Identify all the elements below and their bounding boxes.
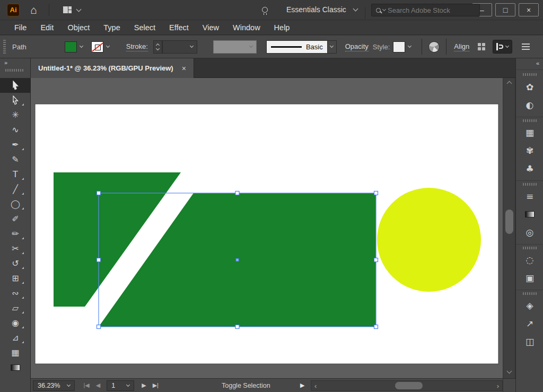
width-profile-chevron-icon[interactable] xyxy=(249,44,253,48)
adobe-stock-search-input[interactable]: Search Adobe Stock xyxy=(371,4,480,16)
menu-effect[interactable]: Effect xyxy=(162,21,196,34)
canvas-area[interactable] xyxy=(31,78,503,378)
selection-tool[interactable] xyxy=(0,78,31,93)
search-scope-chevron-icon[interactable] xyxy=(382,7,386,11)
toolbar-expand-icon[interactable]: » xyxy=(4,59,7,66)
toolbar-rail-header[interactable]: » xyxy=(0,58,31,78)
stroke-panel-link[interactable]: Stroke: xyxy=(126,42,148,51)
line-segment-tool[interactable]: ╱ xyxy=(0,182,31,197)
dock-grip[interactable] xyxy=(523,292,537,295)
paintbrush-tool[interactable]: ✐ xyxy=(0,212,31,227)
lasso-tool[interactable]: ∿ xyxy=(0,123,31,137)
gradient-panel-icon[interactable] xyxy=(516,205,543,223)
dock-grip[interactable] xyxy=(523,73,537,76)
stroke-color-control[interactable] xyxy=(91,40,112,53)
opacity-link[interactable]: Opacity xyxy=(345,42,369,51)
symbols-panel-icon[interactable]: ♣ xyxy=(516,160,543,178)
stroke-style-control[interactable]: Basic xyxy=(266,40,337,54)
scroll-up-icon[interactable] xyxy=(507,81,512,86)
direct-selection-tool[interactable] xyxy=(0,93,31,108)
stroke-panel-icon[interactable]: ≡ xyxy=(516,187,543,205)
menu-file[interactable]: File xyxy=(7,21,33,34)
graphic-style-control[interactable] xyxy=(393,40,414,53)
selection-center-point[interactable] xyxy=(236,259,239,262)
recolor-artwork-icon[interactable] xyxy=(428,41,440,53)
align-panel-link[interactable]: Align xyxy=(454,42,469,51)
curvature-tool[interactable]: ✎ xyxy=(0,152,31,167)
selection-handle[interactable] xyxy=(374,258,378,262)
scroll-right-icon[interactable]: › xyxy=(497,382,499,390)
scroll-left-icon[interactable]: ‹ xyxy=(314,382,317,390)
scale-tool[interactable]: ⊞ xyxy=(0,271,31,286)
fill-chevron-icon[interactable] xyxy=(80,44,83,48)
horizontal-scroll-thumb[interactable] xyxy=(395,382,423,389)
selection-handle[interactable] xyxy=(235,191,239,195)
dock-grip[interactable] xyxy=(523,183,537,186)
brushes-panel-icon[interactable]: ✾ xyxy=(516,142,543,160)
stroke-color-swatch[interactable] xyxy=(91,41,103,53)
color-panel-icon[interactable]: ✿ xyxy=(516,78,543,96)
maximize-button[interactable]: □ xyxy=(495,3,515,16)
first-artboard-button[interactable]: |◀ xyxy=(80,382,92,389)
yellow-circle[interactable] xyxy=(377,188,481,292)
selection-handle[interactable] xyxy=(374,325,378,329)
stroke-weight-stepper[interactable] xyxy=(153,40,162,54)
vertical-scrollbar[interactable] xyxy=(503,78,515,378)
gradient-tool[interactable] xyxy=(0,360,31,375)
discover-lightbulb-icon[interactable] xyxy=(262,7,268,13)
stroke-weight-dropdown[interactable] xyxy=(162,40,197,54)
workspace-name[interactable]: Essentials Classic xyxy=(286,5,346,14)
last-artboard-button[interactable]: ▶| xyxy=(150,382,162,389)
stroke-weight-chevron-icon[interactable] xyxy=(190,44,194,48)
selection-handle[interactable] xyxy=(97,191,101,195)
align-objects-icon[interactable] xyxy=(478,43,485,50)
dock-grip[interactable] xyxy=(523,247,537,249)
menu-edit[interactable]: Edit xyxy=(33,21,60,34)
stepper-down-icon[interactable] xyxy=(156,46,160,50)
document-tab[interactable]: Untitled-1* @ 36.23% (RGB/GPU Preview) × xyxy=(31,58,194,78)
width-profile-dropdown[interactable] xyxy=(213,40,257,54)
shape-builder-tool[interactable]: ◉ xyxy=(0,316,31,330)
selection-handle[interactable] xyxy=(97,325,101,329)
control-options-icon[interactable] xyxy=(522,43,530,50)
workspace-layout-icon[interactable] xyxy=(63,6,72,13)
app-logo-icon[interactable]: Ai xyxy=(7,4,20,16)
mesh-tool[interactable]: ▦ xyxy=(0,345,31,360)
stroke-chevron-icon[interactable] xyxy=(106,44,110,48)
transparency-panel-icon[interactable]: ◎ xyxy=(516,223,543,241)
distribute-chevron-icon[interactable] xyxy=(505,44,509,48)
workspace-switcher[interactable]: Essentials Classic xyxy=(286,5,357,14)
artboard-number-dropdown[interactable]: 1 xyxy=(107,380,134,391)
graphic-style-chevron-icon[interactable] xyxy=(408,44,411,48)
menu-window[interactable]: Window xyxy=(226,21,267,34)
distribute-objects-button[interactable] xyxy=(493,40,512,54)
close-button[interactable]: × xyxy=(519,3,539,16)
horizontal-scrollbar[interactable]: ‹ › xyxy=(311,380,503,391)
ellipse-tool[interactable]: ◯ xyxy=(0,197,31,212)
toolbar-grip[interactable] xyxy=(5,69,23,72)
appearance-panel-icon[interactable]: ◌ xyxy=(516,251,543,269)
workspace-chevron-icon[interactable] xyxy=(353,6,358,12)
free-transform-tool[interactable]: ▱ xyxy=(0,301,31,316)
stroke-style-chevron-icon[interactable] xyxy=(330,44,334,48)
graphic-styles-panel-icon[interactable]: ▣ xyxy=(516,269,543,287)
pen-tool[interactable]: ✒ xyxy=(0,137,31,152)
selection-handle[interactable] xyxy=(235,325,239,329)
selection-handle[interactable] xyxy=(97,258,101,262)
dock-collapse-icon[interactable]: « xyxy=(536,60,539,66)
menu-select[interactable]: Select xyxy=(127,21,162,34)
previous-artboard-button[interactable]: ◀ xyxy=(93,382,103,389)
stroke-style-preview[interactable]: Basic xyxy=(266,40,328,54)
zoom-chevron-icon[interactable] xyxy=(67,382,71,386)
menu-object[interactable]: Object xyxy=(60,21,97,34)
fill-color-control[interactable] xyxy=(65,40,86,53)
perspective-grid-tool[interactable]: ⊿ xyxy=(0,330,31,345)
home-icon[interactable]: ⌂ xyxy=(30,4,37,15)
magic-wand-tool[interactable]: ✳ xyxy=(0,108,31,123)
artboards-panel-icon[interactable]: ◫ xyxy=(516,333,543,351)
control-bar-grip[interactable] xyxy=(3,40,6,54)
scroll-down-icon[interactable] xyxy=(507,369,512,374)
graphic-style-swatch[interactable] xyxy=(393,41,405,53)
selection-handle[interactable] xyxy=(374,191,378,195)
asset-export-panel-icon[interactable]: ↗ xyxy=(516,315,543,333)
